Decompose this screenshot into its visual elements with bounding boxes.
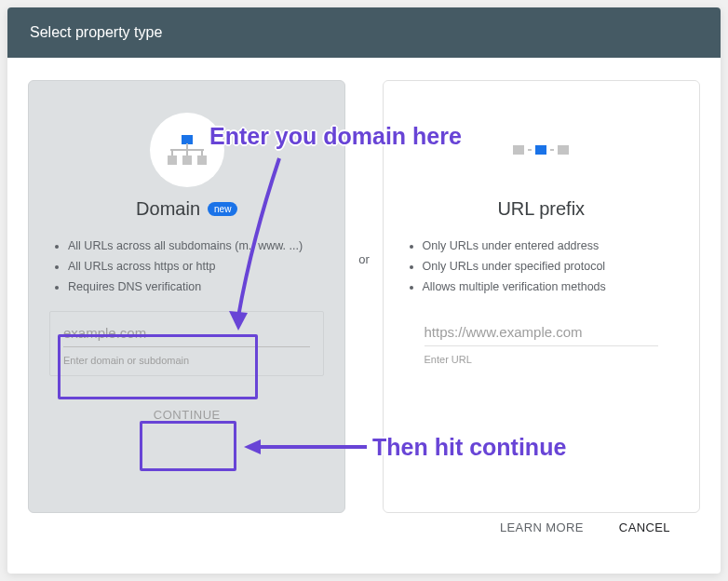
url-bullets: Only URLs under entered address Only URL…: [384, 236, 699, 298]
learn-more-button[interactable]: LEARN MORE: [496, 513, 587, 542]
url-bullet: Allows multiple verification methods: [423, 277, 681, 298]
dialog-body: Domain new All URLs across all subdomain…: [7, 58, 721, 574]
domain-input-area[interactable]: example.com Enter domain or subdomain: [49, 311, 324, 376]
url-bullet: Only URLs under specified protocol: [423, 257, 681, 277]
sitemap-icon: [168, 135, 207, 165]
domain-bullet: Requires DNS verification: [68, 277, 326, 298]
domain-bullet: All URLs across all subdomains (m., www.…: [68, 236, 326, 257]
url-input-area[interactable]: https://www.example.com Enter URL: [404, 311, 679, 374]
domain-card[interactable]: Domain new All URLs across all subdomain…: [28, 80, 345, 513]
cancel-button[interactable]: CANCEL: [615, 513, 674, 542]
domain-bullet: All URLs across https or http: [68, 257, 326, 277]
cards-row: Domain new All URLs across all subdomain…: [28, 80, 700, 513]
url-input[interactable]: https://www.example.com: [425, 324, 658, 346]
domain-title-row: Domain new: [136, 198, 237, 220]
domain-bullets: All URLs across all subdomains (m., www.…: [29, 236, 344, 298]
domain-input-helper: Enter domain or subdomain: [63, 355, 310, 366]
url-title: URL prefix: [497, 198, 585, 220]
or-separator: or: [345, 43, 382, 476]
continue-button[interactable]: CONTINUE: [137, 399, 237, 431]
url-prefix-card[interactable]: URL prefix Only URLs under entered addre…: [383, 80, 700, 513]
continue-row: CONTINUE: [137, 399, 237, 431]
url-input-helper: Enter URL: [425, 354, 658, 365]
select-property-dialog: Select property type Domain new All URLs: [7, 7, 721, 574]
domain-icon-circle: [150, 113, 224, 187]
dialog-footer: LEARN MORE CANCEL: [28, 513, 700, 559]
url-title-row: URL prefix: [497, 198, 585, 220]
url-icon-circle: [504, 113, 578, 187]
url-bullet: Only URLs under entered address: [423, 236, 681, 257]
domain-title: Domain: [136, 198, 200, 220]
url-prefix-icon: [513, 145, 569, 155]
new-badge: new: [208, 202, 237, 216]
domain-input[interactable]: example.com: [63, 325, 310, 347]
